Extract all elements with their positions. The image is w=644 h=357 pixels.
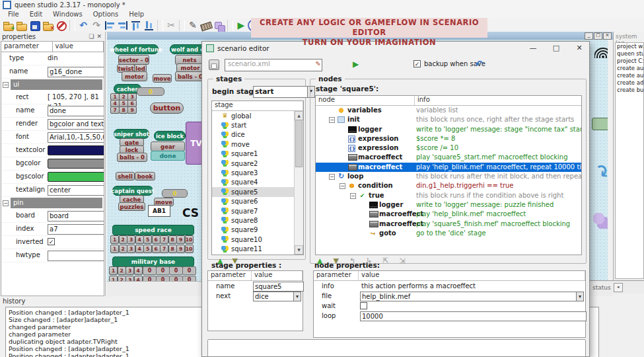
canvas-label-1[interactable]: wolf and e: [170, 44, 205, 54]
property-input[interactable]: [48, 251, 104, 261]
node-row-macroeffect-5[interactable]: macroeffectplay 'square5_start.mef' macr…: [316, 153, 581, 162]
save-scenario-icon[interactable]: [209, 60, 219, 70]
canvas-numcell-33-0[interactable]: 1: [110, 245, 119, 253]
close-button[interactable]: ✕: [569, 42, 589, 54]
expand-icon[interactable]: −: [3, 82, 9, 88]
canvas-numcell-32-0[interactable]: 1: [110, 235, 119, 244]
stage-item-square7[interactable]: square7: [212, 206, 295, 216]
menu-help[interactable]: Help: [124, 10, 149, 19]
canvas-zerocell-36-3[interactable]: 0: [182, 266, 196, 275]
pencil-icon[interactable]: ✎: [186, 19, 199, 32]
canvas-numcell-35-3[interactable]: 4: [134, 266, 143, 275]
status-tab[interactable]: status: [590, 284, 614, 291]
row-input[interactable]: 10000: [360, 311, 587, 321]
property-input[interactable]: done: [48, 106, 104, 116]
canvas-label-14[interactable]: sniper shot: [114, 129, 149, 139]
float-panel-icon[interactable]: ❏: [87, 33, 95, 40]
canvas-button-7[interactable]: motor: [122, 71, 147, 81]
edit-file-icon[interactable]: ✎: [316, 60, 321, 67]
canvas-numcell-33-7[interactable]: 8: [168, 245, 177, 253]
stage-list-scrollbar[interactable]: ▲ ▼: [294, 111, 303, 255]
canvas-whitebox-29[interactable]: AB1: [148, 205, 170, 217]
node-row-macroeffect-11[interactable]: macroeffectplay 'help_blink.mef' macroef…: [316, 210, 581, 219]
canvas-numcell-37-0[interactable]: 1: [109, 276, 118, 281]
node-row-logger-10[interactable]: loggerwrite to 'logger' message: puzzle …: [316, 200, 581, 210]
scenario-undo-icon[interactable]: ↶: [475, 58, 483, 70]
scroll-left-icon[interactable]: ◂: [614, 283, 623, 292]
stage-item-square2[interactable]: square2: [212, 159, 295, 168]
node-paste-icon[interactable]: ⇲: [400, 257, 406, 265]
color-swatch-textcolor[interactable]: [48, 145, 104, 155]
menu-windows[interactable]: Windows: [48, 10, 88, 19]
node-row-goto-13[interactable]: ↪gotogo to the 'dice' stage: [316, 229, 581, 238]
canvas-numcell-33-3[interactable]: 4: [135, 245, 144, 253]
canvas-zerocell-36-1[interactable]: 0: [156, 266, 170, 275]
canvas-zerocell-36-2[interactable]: 0: [169, 266, 183, 275]
canvas-numcell-12-6[interactable]: 7: [110, 106, 120, 114]
property-input[interactable]: Arial,10,-1,5,50,0,0,0,0,0: [48, 132, 104, 143]
redo-icon[interactable]: ↷: [90, 19, 103, 32]
canvas-slider-27[interactable]: 0: [162, 189, 188, 198]
stop-icon[interactable]: [55, 19, 68, 32]
row-checkbox[interactable]: [360, 302, 367, 309]
run-icon[interactable]: ▶: [234, 19, 248, 32]
canvas-bar-34[interactable]: military base: [112, 257, 194, 267]
property-select[interactable]: board: [48, 211, 104, 221]
canvas-numcell-33-1[interactable]: 2: [119, 245, 127, 253]
canvas-numcell-32-8[interactable]: 9: [176, 235, 185, 244]
canvas-numcell-32-2[interactable]: 3: [127, 235, 135, 244]
stage-item-global[interactable]: ♛global: [212, 111, 295, 120]
canvas-numcell-32-6[interactable]: 7: [160, 235, 168, 244]
canvas-button-17[interactable]: balls - 0: [117, 153, 147, 162]
canvas-numcell-33-5[interactable]: 6: [152, 245, 161, 253]
stage-item-square5[interactable]: square5: [212, 187, 295, 196]
expand-icon[interactable]: −: [329, 117, 335, 123]
expand-icon[interactable]: −: [3, 200, 9, 206]
stage-item-dice[interactable]: dice: [212, 130, 295, 139]
canvas-green-object[interactable]: [592, 118, 608, 130]
align-bottom-icon[interactable]: [143, 19, 156, 32]
align-top-icon[interactable]: [129, 19, 143, 32]
stage-item-square11[interactable]: square11: [212, 244, 295, 253]
property-input[interactable]: g16_done: [48, 67, 104, 77]
canvas-numcell-35-0[interactable]: 1: [109, 266, 118, 275]
canvas-numcell-37-2[interactable]: 3: [125, 276, 134, 281]
property-select[interactable]: bgcolor and text: [48, 119, 104, 130]
canvas-numcell-32-9[interactable]: 10: [185, 235, 194, 244]
maximize-button[interactable]: □: [546, 42, 566, 54]
canvas-slider-11[interactable]: 0: [137, 87, 164, 96]
property-group-pin[interactable]: −pin: [1, 197, 104, 210]
canvas-numcell-33-8[interactable]: 9: [176, 245, 185, 253]
canvas-bar-31[interactable]: speed race: [112, 225, 194, 235]
stage-item-start[interactable]: start: [212, 120, 295, 130]
canvas-numcell-32-4[interactable]: 5: [143, 235, 152, 244]
canvas-zerocell-38-2[interactable]: 0: [169, 276, 183, 281]
close-panel-icon[interactable]: ✕: [95, 33, 103, 40]
new-project-icon[interactable]: +: [2, 19, 15, 32]
menu-options[interactable]: Options: [88, 10, 124, 19]
canvas-done-button-20[interactable]: done: [151, 151, 185, 161]
canvas-numcell-12-7[interactable]: 8: [119, 106, 128, 114]
canvas-numcell-37-3[interactable]: 4: [134, 276, 143, 281]
node-row-macroeffect-12[interactable]: macroeffectplay 'square5_finish.mef' mac…: [316, 219, 581, 229]
canvas-numcell-33-6[interactable]: 7: [160, 245, 168, 253]
canvas-button-19[interactable]: gear: [151, 141, 185, 151]
canvas-numcell-32-5[interactable]: 6: [152, 235, 161, 244]
menu-edit[interactable]: Edit: [24, 10, 48, 19]
canvas-zerocell-38-1[interactable]: 0: [156, 276, 170, 281]
node-row-loop-7[interactable]: −↻loopthis block runs after the init blo…: [316, 172, 581, 181]
node-row-init-1[interactable]: −initthis block runs once, right after t…: [316, 115, 581, 124]
scroll-thumb[interactable]: [295, 120, 303, 167]
scroll-up-icon[interactable]: ▲: [295, 111, 303, 120]
canvas-zerocell-38-0[interactable]: 0: [143, 276, 157, 281]
property-select[interactable]: center: [48, 185, 104, 196]
node-row-true-9[interactable]: −✔truethis block runs if the condition a…: [316, 191, 581, 200]
property-input[interactable]: a7: [48, 224, 104, 235]
canvas-label-18[interactable]: ice block: [154, 131, 186, 141]
node-row-expression-4[interactable]: {}expression$score /= 10: [316, 143, 581, 153]
canvas-button-22[interactable]: shell: [116, 172, 135, 180]
stage-item-square4[interactable]: square4: [212, 178, 295, 187]
canvas-label-24[interactable]: captain quest: [112, 186, 153, 196]
canvas-numcell-37-1[interactable]: 2: [118, 276, 126, 281]
node-row-condition-8[interactable]: −conditiondin.g1_help.triggerhi == true: [316, 181, 581, 190]
